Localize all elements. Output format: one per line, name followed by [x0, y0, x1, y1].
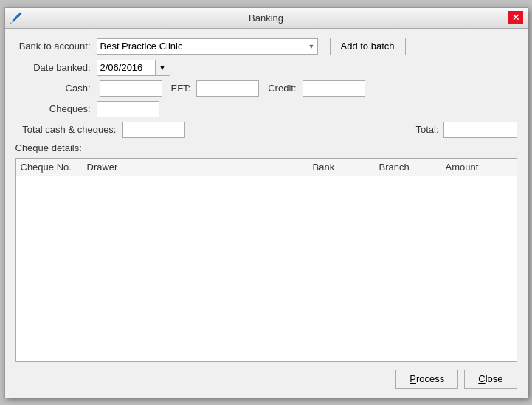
close-button[interactable]: Close	[464, 370, 517, 389]
total-cash-cheques-input[interactable]	[122, 122, 185, 138]
title-bar-left: 🖊️	[10, 12, 22, 24]
date-picker-button[interactable]: ▼	[156, 60, 170, 76]
bank-account-label: Bank to account:	[15, 41, 97, 52]
totals-row: Total cash & cheques: Total:	[15, 122, 517, 138]
credit-input[interactable]	[303, 80, 365, 97]
bottom-buttons: Process Close	[15, 362, 517, 389]
eft-field-group: EFT:	[171, 80, 260, 97]
cheques-label: Cheques:	[15, 103, 97, 114]
cash-label: Cash:	[15, 83, 97, 94]
total-cash-cheques-group: Total cash & cheques:	[15, 122, 185, 138]
window-title: Banking	[249, 13, 283, 24]
bank-account-row: Bank to account: Best Practice Clinic Ad…	[15, 38, 517, 55]
credit-field-group: Credit:	[268, 80, 365, 97]
process-button[interactable]: Process	[395, 370, 458, 389]
main-content: Bank to account: Best Practice Clinic Ad…	[5, 29, 528, 398]
col-header-bank: Bank	[313, 162, 379, 173]
col-header-drawer: Drawer	[87, 162, 313, 173]
date-banked-label: Date banked:	[15, 62, 97, 73]
cash-input[interactable]	[100, 80, 162, 97]
eft-label: EFT:	[171, 83, 194, 94]
credit-label: Credit:	[268, 83, 299, 94]
eft-input[interactable]	[196, 80, 259, 97]
date-banked-input[interactable]	[97, 60, 156, 76]
cheques-input[interactable]	[97, 101, 159, 117]
total-group: Total:	[415, 122, 517, 138]
total-cash-cheques-label: Total cash & cheques:	[15, 124, 122, 135]
date-banked-row: Date banked: ▼	[15, 60, 517, 76]
total-input[interactable]	[443, 122, 517, 138]
app-icon: 🖊️	[10, 12, 22, 24]
bank-account-select[interactable]: Best Practice Clinic	[97, 38, 318, 55]
date-input-wrapper: ▼	[97, 60, 170, 76]
table-header: Cheque No. Drawer Bank Branch Amount	[16, 159, 517, 176]
cheque-details-label: Cheque details:	[15, 142, 517, 153]
cheques-row: Cheques:	[15, 101, 517, 117]
add-to-batch-button[interactable]: Add to batch	[330, 38, 406, 55]
title-bar: 🖊️ Banking ✕	[5, 8, 528, 29]
cash-eft-credit-row: Cash: EFT: Credit:	[15, 80, 517, 97]
banking-window: 🖊️ Banking ✕ Bank to account: Best Pract…	[4, 7, 528, 398]
col-header-branch: Branch	[379, 162, 446, 173]
total-label: Total:	[415, 124, 443, 135]
col-header-amount: Amount	[446, 162, 512, 173]
cash-field-group: Cash:	[15, 80, 162, 97]
cheque-table: Cheque No. Drawer Bank Branch Amount	[15, 158, 517, 362]
bank-account-select-wrapper: Best Practice Clinic	[97, 38, 318, 55]
table-body[interactable]	[16, 176, 517, 361]
window-close-button[interactable]: ✕	[508, 11, 523, 24]
col-header-cheque-no: Cheque No.	[21, 162, 87, 173]
